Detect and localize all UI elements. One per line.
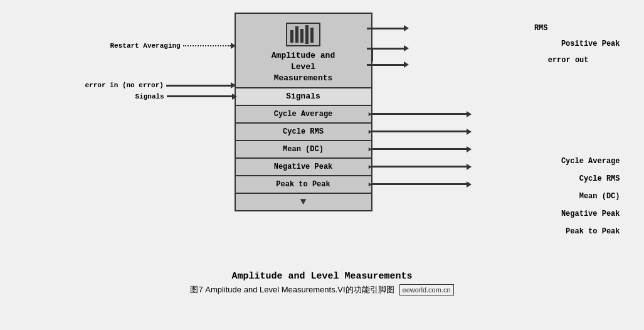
caption-area: Amplitude and Level Measurements 图7 Ampl…	[190, 271, 453, 295]
peak-to-peak-row: Peak to Peak ►	[236, 176, 371, 194]
caption-normal: 图7 Amplitude and Level Measurements.VI的功…	[190, 284, 453, 295]
cycle-rms-label: Cycle RMS	[283, 127, 324, 136]
block-top-section: Restart Averaging error in (no error)	[236, 14, 371, 88]
bottom-arrow: ▼	[236, 194, 371, 210]
rms-right-label: RMS	[534, 24, 548, 33]
cycle-average-label: Cycle Average	[274, 110, 333, 119]
peak-to-peak-label: Peak to Peak	[276, 180, 330, 189]
caption-text: 图7 Amplitude and Level Measurements.VI的功…	[190, 284, 394, 295]
signals-row: Signals Signals	[236, 88, 371, 106]
negative-peak-right-label: Negative Peak	[561, 210, 620, 218]
cycle-rms-right-label: Cycle RMS	[579, 174, 620, 183]
negative-peak-row: Negative Peak ►	[236, 159, 371, 176]
signals-left-label: Signals	[135, 93, 164, 100]
error-out-right-label: error out	[548, 56, 589, 65]
cycle-average-row: Cycle Average ►	[236, 106, 371, 124]
svg-rect-0	[290, 30, 293, 43]
negative-peak-label: Negative Peak	[274, 162, 333, 171]
svg-rect-1	[295, 26, 298, 43]
watermark: eeworld.com.cn	[399, 284, 454, 295]
cycle-average-right-label: Cycle Average	[561, 157, 620, 166]
svg-rect-4	[310, 28, 314, 43]
mean-dc-row: Mean (DC) ►	[236, 141, 371, 159]
caption-bold: Amplitude and Level Measurements	[190, 271, 453, 282]
svg-rect-3	[305, 25, 309, 44]
mean-dc-right-label: Mean (DC)	[579, 192, 620, 201]
svg-rect-2	[300, 29, 304, 43]
mean-dc-label: Mean (DC)	[283, 145, 324, 154]
block-title: Amplitude and Level Measurements	[272, 50, 335, 85]
waveform-icon	[286, 23, 320, 46]
peak-to-peak-right-label: Peak to Peak	[566, 227, 620, 236]
cycle-rms-row: Cycle RMS ►	[236, 124, 371, 141]
main-container: Restart Averaging error in (no error)	[6, 6, 638, 295]
signals-row-label: Signals	[286, 92, 320, 101]
center-block: Restart Averaging error in (no error)	[235, 13, 372, 211]
diagram-wrapper: Restart Averaging error in (no error)	[21, 6, 623, 263]
restart-averaging-label: Restart Averaging	[110, 42, 181, 50]
error-in-label: error in (no error)	[85, 82, 164, 89]
positive-peak-right-label: Positive Peak	[561, 40, 620, 48]
